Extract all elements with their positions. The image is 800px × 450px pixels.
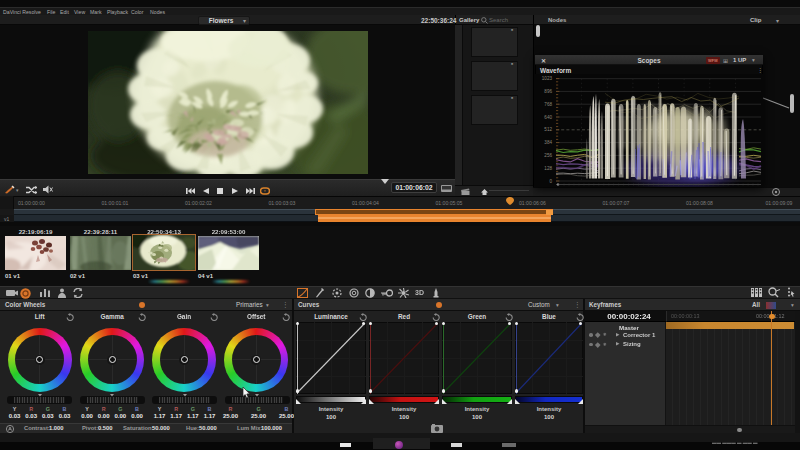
svg-text:128: 128 <box>544 166 552 171</box>
svg-text:1023: 1023 <box>542 76 553 81</box>
svg-text:512: 512 <box>544 127 552 132</box>
svg-text:896: 896 <box>544 89 552 94</box>
svg-text:256: 256 <box>544 153 552 158</box>
svg-text:384: 384 <box>544 140 552 145</box>
svg-text:640: 640 <box>544 115 552 120</box>
svg-text:0: 0 <box>549 179 552 184</box>
svg-text:768: 768 <box>544 102 552 107</box>
